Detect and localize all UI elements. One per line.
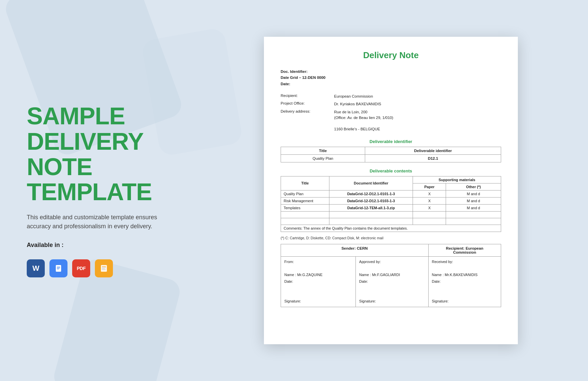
field-value-project-office: Dr. Kyriakos BAXEVANIDIS <box>334 101 501 107</box>
td-comments: Comments: The annex of the Quality Plan … <box>281 225 501 232</box>
field-label-recipient: Recipient: <box>281 94 334 99</box>
meta-line2: Date Grid – 12-DEN 0000 <box>281 75 501 81</box>
left-panel: SAMPLEDELIVERYNOTETEMPLATE This editable… <box>27 104 200 277</box>
td-other-3: M and d <box>446 204 501 211</box>
approved-date: Date: <box>359 278 425 285</box>
received-date: Date: <box>432 278 497 285</box>
svg-rect-1 <box>57 267 60 267</box>
svg-rect-6 <box>102 267 106 268</box>
field-value-recipient: European Commission <box>334 94 501 99</box>
table-row: Quality Plan D12.1 <box>281 154 501 162</box>
td-d12: D12.1 <box>365 154 501 162</box>
pages-icon[interactable] <box>95 259 113 277</box>
from-date: Date: <box>284 278 352 285</box>
td-from-col: From: Name : Mr.G.ZAQUINE Date: Signatur… <box>281 256 356 307</box>
format-icons: W PDF <box>27 259 200 277</box>
sign-received: Received by: Name : Mr.K.BAXEVANIDIS Dat… <box>432 259 497 305</box>
td-datagrid-2: DataGrid-12-D12.1-0103-1-3 <box>329 197 413 204</box>
field-label-project-office: Project Office: <box>281 101 334 107</box>
field-label-delivery-address: Delivery address: <box>281 109 334 132</box>
th-doc-identifier: Document Identifier <box>329 176 413 190</box>
table-deliverable-identifier: Title Deliverable identifier Quality Pla… <box>281 147 501 162</box>
td-quality-plan-contents: Quality Plan <box>281 190 329 197</box>
td-empty-2a <box>281 218 329 225</box>
table-row-empty2 <box>281 218 501 225</box>
td-other-1: M and d <box>446 190 501 197</box>
td-risk-management: Risk Management <box>281 197 329 204</box>
th-other: Other (*) <box>446 183 501 190</box>
td-paper-3: X <box>413 204 446 211</box>
from-signature: Signature: <box>284 298 352 305</box>
document: Delivery Note Doc. Identifier: Date Grid… <box>264 37 518 344</box>
table-row-signatures: From: Name : Mr.G.ZAQUINE Date: Signatur… <box>281 256 501 307</box>
td-datagrid-1: DataGrid-12-D12.1-0101-1-3 <box>329 190 413 197</box>
table-row: Risk Management DataGrid-12-D12.1-0103-1… <box>281 197 501 204</box>
field-delivery-address: Delivery address: Rue de la Loin, 200 (O… <box>281 109 501 132</box>
pdf-icon[interactable]: PDF <box>72 259 90 277</box>
from-label: From: <box>284 259 352 265</box>
field-recipient: Recipient: European Commission <box>281 94 501 99</box>
hero-description: This editable and customizable template … <box>27 213 167 231</box>
document-meta: Doc. Identifier: Date Grid – 12-DEN 0000… <box>281 69 501 87</box>
svg-rect-2 <box>57 268 60 268</box>
th-contents-title: Title <box>281 176 329 190</box>
th-deliverable-id: Deliverable identifier <box>365 147 501 154</box>
table-deliverable-contents: Title Document Identifier Supporting mat… <box>281 176 501 232</box>
approved-label: Approved by: <box>359 259 425 265</box>
td-paper-2: X <box>413 197 446 204</box>
td-empty-1c <box>413 211 446 218</box>
td-empty-1d <box>446 211 501 218</box>
section-deliverable-contents: Deliverable contents <box>281 168 501 173</box>
sign-approved: Approved by: Name : Mr.F.GAGLIARDI Date:… <box>359 259 425 305</box>
available-label: Available in : <box>27 242 200 249</box>
td-datagrid-3: DataGrid-12-TEM-all.1-3.zip <box>329 204 413 211</box>
approved-signature: Signature: <box>359 298 425 305</box>
th-recipient-sign: Recipient: EuropeanCommission <box>428 244 501 256</box>
td-empty-1a <box>281 211 329 218</box>
received-label: Received by: <box>432 259 497 265</box>
td-empty-2d <box>446 218 501 225</box>
section-deliverable-identifier: Deliverable identifier <box>281 139 501 144</box>
svg-rect-5 <box>102 266 106 267</box>
document-fields: Recipient: European Commission Project O… <box>281 94 501 132</box>
hero-title: SAMPLEDELIVERYNOTETEMPLATE <box>27 104 200 205</box>
table-signatures: Sender: CERN Recipient: EuropeanCommissi… <box>281 244 501 307</box>
right-panel: Delivery Note Doc. Identifier: Date Grid… <box>220 37 561 344</box>
td-paper-1: X <box>413 190 446 197</box>
approved-name: Name : Mr.F.GAGLIARDI <box>359 272 425 278</box>
svg-rect-7 <box>102 268 105 269</box>
th-sender: Sender: CERN <box>281 244 429 256</box>
field-project-office: Project Office: Dr. Kyriakos BAXEVANIDIS <box>281 101 501 107</box>
svg-rect-0 <box>56 265 61 272</box>
meta-line1: Doc. Identifier: <box>281 69 501 75</box>
th-title: Title <box>281 147 365 154</box>
td-approved-col: Approved by: Name : Mr.F.GAGLIARDI Date:… <box>356 256 428 307</box>
table-row: Templates DataGrid-12-TEM-all.1-3.zip X … <box>281 204 501 211</box>
main-container: SAMPLEDELIVERYNOTETEMPLATE This editable… <box>27 23 561 358</box>
td-quality-plan: Quality Plan <box>281 154 365 162</box>
sign-from: From: Name : Mr.G.ZAQUINE Date: Signatur… <box>284 259 352 305</box>
field-value-delivery-address: Rue de la Loin, 200 (Office: Av. de Beau… <box>334 109 501 132</box>
meta-line3: Date: <box>281 81 501 87</box>
received-signature: Signature: <box>432 298 497 305</box>
table-row: Quality Plan DataGrid-12-D12.1-0101-1-3 … <box>281 190 501 197</box>
document-title: Delivery Note <box>281 50 501 60</box>
footnote: (*) C: Cartridge, D: Diskette, CD: Compa… <box>281 236 501 240</box>
td-empty-2c <box>413 218 446 225</box>
svg-rect-8 <box>102 269 106 270</box>
th-supporting-materials: Supporting materials <box>413 176 501 183</box>
table-row-empty1 <box>281 211 501 218</box>
from-name: Name : Mr.G.ZAQUINE <box>284 272 352 278</box>
td-templates: Templates <box>281 204 329 211</box>
word-icon[interactable]: W <box>27 259 45 277</box>
td-other-2: M and d <box>446 197 501 204</box>
td-empty-2b <box>329 218 413 225</box>
th-paper: Paper <box>413 183 446 190</box>
td-received-col: Received by: Name : Mr.K.BAXEVANIDIS Dat… <box>428 256 501 307</box>
received-name: Name : Mr.K.BAXEVANIDIS <box>432 272 497 278</box>
td-empty-1b <box>329 211 413 218</box>
docs-icon[interactable] <box>49 259 67 277</box>
svg-rect-3 <box>57 269 59 269</box>
table-row-comments: Comments: The annex of the Quality Plan … <box>281 225 501 232</box>
